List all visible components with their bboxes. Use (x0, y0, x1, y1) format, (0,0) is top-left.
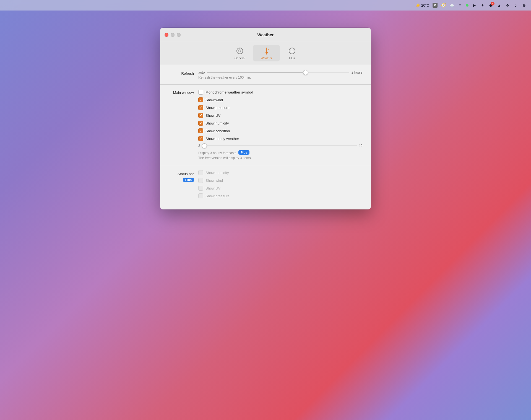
slider-min-label: auto (198, 71, 205, 74)
display-row: Display 3 hourly forecasts Plus (198, 150, 363, 155)
show-hourly-row: Show hourly weather (198, 136, 363, 141)
hourly-slider-row: 3 12 (198, 144, 363, 148)
show-pressure-row: Show pressure (198, 105, 363, 110)
svg-line-10 (264, 50, 265, 50)
k-app-icon[interactable]: K (433, 3, 438, 8)
settings-window: Weather General (160, 28, 371, 209)
show-hourly-label: Show hourly weather (205, 137, 239, 141)
show-wind-checkbox[interactable] (198, 97, 203, 102)
slider-max-label: 2 hours (352, 71, 363, 74)
dropbox-icon[interactable]: ◆ 4 (488, 3, 493, 8)
accessibility-icon[interactable]: ⊕ (522, 3, 527, 8)
alert-icon[interactable]: ▲ (497, 3, 502, 8)
show-condition-row: Show condition (198, 128, 363, 133)
toolbar: General Weather (160, 42, 371, 65)
sb-pressure-label: Show pressure (205, 194, 230, 198)
sb-humidity-row: Show humidity (198, 170, 363, 175)
general-icon (235, 46, 244, 55)
status-bar-label: Status bar (168, 171, 194, 176)
weather-icon (262, 46, 271, 55)
show-pressure-checkbox[interactable] (198, 105, 203, 110)
svg-line-11 (268, 49, 269, 50)
dropbox-badge: 4 (491, 2, 494, 6)
show-uv-label: Show UV (205, 113, 220, 118)
show-humidity-row: Show humidity (198, 121, 363, 126)
menubar-right: ☀️ 20°C K 🧭 ☁️ ≡ ▶ ✦ ◆ 4 ▲ ❖ › ⊕ (416, 3, 527, 8)
minimize-button[interactable] (171, 33, 175, 37)
sb-wind-checkbox[interactable] (198, 178, 203, 183)
tab-weather[interactable]: Weather (253, 45, 280, 61)
close-button[interactable] (165, 33, 168, 37)
hourly-min-label: 3 (198, 144, 200, 148)
sun-icon: ☀️ (416, 3, 420, 7)
chevron-right-icon[interactable]: › (513, 3, 518, 8)
sb-uv-row: Show UV (198, 186, 363, 191)
status-bar-section: Status bar Plus Show humidity Show wind (160, 170, 371, 201)
svg-point-1 (239, 50, 241, 52)
sb-pressure-checkbox[interactable] (198, 193, 203, 198)
main-window-row: Main window Monochrome weather symbol Sh… (168, 90, 363, 160)
sb-uv-checkbox[interactable] (198, 186, 203, 191)
titlebar: Weather (160, 28, 371, 42)
menubar: ☀️ 20°C K 🧭 ☁️ ≡ ▶ ✦ ◆ 4 ▲ ❖ › ⊕ (0, 0, 531, 11)
bluetooth-icon[interactable]: ✦ (480, 3, 485, 8)
show-humidity-label: Show humidity (205, 121, 229, 125)
refresh-section: Refresh auto 2 hours Refresh the weather… (160, 71, 371, 79)
monochrome-label: Monochrome weather symbol (205, 90, 253, 94)
sb-pressure-row: Show pressure (198, 193, 363, 198)
tab-plus-label: Plus (289, 56, 295, 60)
svg-rect-6 (266, 48, 267, 49)
list-icon[interactable]: ≡ (457, 3, 462, 8)
main-window-section: Main window Monochrome weather symbol Sh… (160, 90, 371, 160)
compass-icon[interactable]: 🧭 (441, 3, 446, 8)
hourly-slider[interactable] (202, 145, 357, 146)
refresh-content: auto 2 hours Refresh the weather every 1… (198, 71, 363, 79)
sb-wind-row: Show wind (198, 178, 363, 183)
show-humidity-checkbox[interactable] (198, 121, 203, 126)
refresh-slider[interactable] (207, 72, 349, 73)
refresh-hint: Refresh the weather every 100 min. (198, 76, 363, 79)
free-version-text: The free version will display 3 items. (198, 156, 363, 160)
hourly-max-label: 12 (359, 144, 363, 148)
cloud-icon[interactable]: ☁️ (449, 3, 454, 8)
temperature-display[interactable]: ☀️ 20°C (416, 3, 429, 7)
show-pressure-label: Show pressure (205, 106, 230, 110)
window-title: Weather (257, 32, 274, 37)
divider-2 (160, 165, 371, 165)
display-text: Display 3 hourly forecasts (198, 151, 236, 155)
sb-wind-label: Show wind (205, 178, 223, 183)
layers-icon[interactable]: ❖ (505, 3, 510, 8)
sb-humidity-label: Show humidity (205, 171, 229, 175)
play-icon[interactable]: ▶ (472, 3, 477, 8)
refresh-row: Refresh auto 2 hours Refresh the weather… (168, 71, 363, 79)
show-uv-checkbox[interactable] (198, 113, 203, 118)
main-window-content: Monochrome weather symbol Show wind Show… (198, 90, 363, 160)
sb-humidity-checkbox[interactable] (198, 170, 203, 175)
slider-row: auto 2 hours (198, 71, 363, 74)
sb-uv-label: Show UV (205, 186, 220, 190)
status-bar-content: Show humidity Show wind Show UV (198, 170, 363, 201)
show-condition-label: Show condition (205, 129, 230, 133)
status-bar-labels: Status bar Plus (168, 170, 194, 182)
monochrome-checkbox[interactable] (198, 90, 203, 95)
refresh-label: Refresh (168, 71, 194, 76)
plus-icon (288, 46, 296, 55)
tab-general[interactable]: General (227, 45, 253, 61)
show-uv-row: Show UV (198, 113, 363, 118)
tab-general-label: General (235, 56, 245, 60)
show-condition-checkbox[interactable] (198, 128, 203, 133)
tab-weather-label: Weather (261, 56, 272, 60)
plus-badge-status[interactable]: Plus (183, 178, 194, 182)
maximize-button[interactable] (177, 33, 181, 37)
window-controls (165, 33, 181, 37)
show-wind-label: Show wind (205, 98, 223, 102)
show-hourly-checkbox[interactable] (198, 136, 203, 141)
content-area: Refresh auto 2 hours Refresh the weather… (160, 65, 371, 209)
plus-badge-display[interactable]: Plus (238, 150, 249, 155)
svg-point-9 (266, 51, 268, 54)
tab-plus[interactable]: Plus (280, 45, 304, 61)
temperature-value: 20°C (421, 3, 429, 7)
divider-1 (160, 84, 371, 85)
show-wind-row: Show wind (198, 97, 363, 102)
status-bar-row: Status bar Plus Show humidity Show wind (168, 170, 363, 201)
